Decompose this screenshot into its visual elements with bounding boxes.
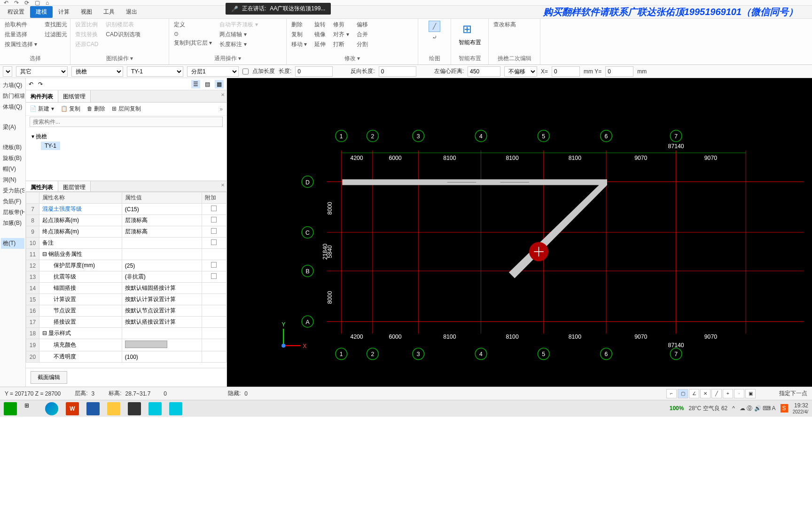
delete-btn[interactable]: 删除 bbox=[291, 21, 307, 29]
tb-app2[interactable] bbox=[128, 402, 141, 415]
left-item[interactable]: 层板带(H) bbox=[1, 207, 24, 218]
prop-row[interactable]: 14 锚固搭接按默认锚固搭接计算 bbox=[26, 283, 226, 294]
prop-row[interactable]: 12 保护层厚度(mm)(25) bbox=[26, 260, 226, 271]
prop-row[interactable]: 16 节点设置按默认节点设置计算 bbox=[26, 305, 226, 317]
copy-btn[interactable]: 复制 bbox=[291, 31, 307, 39]
tb-app3[interactable] bbox=[148, 402, 162, 415]
tool-L[interactable]: ⌐ bbox=[666, 389, 677, 398]
x-input[interactable] bbox=[552, 66, 580, 77]
dimension[interactable]: 长度标注 ▾ bbox=[219, 40, 258, 48]
tab-component-list[interactable]: 构件列表 bbox=[26, 90, 58, 102]
close-panel-icon[interactable]: ✕ bbox=[221, 92, 225, 97]
sel-layer[interactable]: 分层1 bbox=[187, 66, 239, 77]
new-button[interactable]: 📄 新建 ▾ bbox=[30, 105, 54, 113]
left-item[interactable]: 力墙(Q) bbox=[1, 80, 24, 91]
clock-time[interactable]: 19:32 bbox=[793, 402, 808, 409]
qat-undo[interactable]: ↶ bbox=[4, 0, 8, 6]
tb-start[interactable] bbox=[4, 402, 17, 415]
tb-explorer[interactable] bbox=[107, 402, 120, 415]
tab-settings[interactable]: 程设置 bbox=[2, 6, 30, 18]
tab-drawing-mgmt[interactable]: 图纸管理 bbox=[58, 90, 91, 102]
weather[interactable]: 28°C 空气良 62 bbox=[688, 405, 727, 413]
zoom-display[interactable]: 100% bbox=[670, 405, 684, 412]
batch-select[interactable]: 批量选择 bbox=[5, 31, 37, 39]
tb-edge[interactable] bbox=[45, 402, 58, 415]
tab-properties[interactable]: 属性列表 bbox=[26, 181, 58, 191]
tb-app4[interactable] bbox=[169, 402, 182, 415]
nav-fwd[interactable]: ↷ bbox=[38, 81, 43, 87]
left-item[interactable]: 檐(T) bbox=[1, 238, 24, 249]
prop-row[interactable]: 17 搭接设置按默认搭接设置计算 bbox=[26, 317, 226, 328]
qat-home[interactable]: ⌂ bbox=[46, 0, 49, 6]
tree-item-ty1[interactable]: TY-1 bbox=[41, 142, 60, 150]
check-elevation[interactable]: 查改标高 bbox=[493, 21, 535, 29]
tab-model[interactable]: 建模 bbox=[30, 6, 53, 18]
copy-to-floor[interactable]: 复制到其它层 ▾ bbox=[174, 39, 212, 47]
left-item[interactable]: 负筋(F) bbox=[1, 196, 24, 207]
left-item[interactable]: 防门框墙(RF) bbox=[1, 91, 24, 102]
prop-row[interactable]: 7混凝土强度等级(C15) bbox=[26, 204, 226, 215]
prop-row[interactable]: 13 抗震等级(非抗震) bbox=[26, 271, 226, 283]
sel-type[interactable]: 挑檐 bbox=[71, 66, 123, 77]
nav-back[interactable]: ↶ bbox=[29, 81, 33, 87]
merge-btn[interactable]: 合并 bbox=[357, 31, 368, 39]
extend-btn[interactable]: 延伸 bbox=[314, 40, 326, 48]
view-list-icon[interactable]: ☰ bbox=[191, 80, 200, 88]
offset-input[interactable] bbox=[468, 66, 500, 77]
left-item[interactable]: 帽(V) bbox=[1, 164, 24, 175]
left-item[interactable] bbox=[1, 229, 24, 238]
tab-calc[interactable]: 计算 bbox=[53, 6, 75, 18]
tb-app1[interactable] bbox=[86, 402, 100, 415]
circle-tool[interactable]: ⊙ bbox=[174, 31, 212, 37]
left-item[interactable]: 绕板(B) bbox=[1, 142, 24, 153]
length-input[interactable] bbox=[295, 66, 333, 77]
floor-copy-button[interactable]: ⊞ 层间复制 bbox=[112, 105, 141, 113]
rotate-btn[interactable]: 旋转 bbox=[314, 21, 326, 29]
split-btn[interactable]: 分割 bbox=[357, 40, 368, 48]
tab-layers[interactable]: 图层管理 bbox=[58, 181, 91, 191]
offset-btn[interactable]: 偏移 bbox=[357, 21, 368, 29]
pick-entity[interactable]: 拾取构件 bbox=[5, 21, 37, 29]
rev-length-input[interactable] bbox=[379, 66, 416, 77]
close-props-icon[interactable]: ✕ bbox=[221, 183, 225, 188]
prop-row[interactable]: 15 计算设置按默认计算设置计算 bbox=[26, 294, 226, 305]
section-edit-button[interactable]: 截面编辑 bbox=[31, 371, 67, 384]
tray-up-icon[interactable]: ^ bbox=[732, 405, 735, 412]
tool-box[interactable]: ▣ bbox=[745, 389, 756, 398]
tab-exit[interactable]: 退出 bbox=[120, 6, 143, 18]
prop-row[interactable]: 19 填充颜色 bbox=[26, 339, 226, 351]
tb-wps[interactable]: W bbox=[66, 402, 79, 415]
qat-refresh[interactable]: ⟳ bbox=[24, 0, 29, 6]
move-btn[interactable]: 移动 ▾ bbox=[291, 40, 307, 48]
select-by-prop[interactable]: 按属性选择 ▾ bbox=[5, 40, 37, 48]
prop-row[interactable]: 9终点顶标高(m)层顶标高 bbox=[26, 226, 226, 238]
delete-button[interactable]: 🗑 删除 bbox=[87, 105, 105, 113]
drawing-canvas[interactable]: 123 4567 123 4567 DCBA 420060008100 bbox=[227, 78, 812, 387]
prop-row[interactable]: 20 不透明度(100) bbox=[26, 351, 226, 363]
tree-root[interactable]: ▾ 挑檐 bbox=[31, 132, 221, 142]
tool-line[interactable]: ╱ bbox=[711, 389, 722, 398]
smart-layout-btn[interactable]: ⊞ 智能布置 bbox=[456, 21, 484, 48]
sel-category[interactable]: 其它 bbox=[16, 66, 68, 77]
property-grid[interactable]: 属性名称属性值附加 7混凝土强度等级(C15)8起点顶标高(m)层顶标高9终点顶… bbox=[26, 192, 226, 368]
sel-name[interactable]: TY-1 bbox=[127, 66, 183, 77]
tool-dot[interactable]: · bbox=[734, 389, 744, 398]
prop-row[interactable]: 11⊟ 钢筋业务属性 bbox=[26, 249, 226, 260]
chk-point-length[interactable] bbox=[242, 66, 249, 77]
y-input[interactable] bbox=[605, 66, 633, 77]
search-input[interactable] bbox=[30, 117, 223, 127]
left-item[interactable]: 体墙(Q) bbox=[1, 102, 24, 112]
tray-icons[interactable]: ☁ ⓖ 🔊 ⌨ A bbox=[740, 405, 776, 413]
qat-redo[interactable]: ↷ bbox=[14, 0, 19, 6]
set-scale[interactable]: 设置比例 bbox=[75, 21, 98, 29]
prop-row[interactable]: 10备注 bbox=[26, 238, 226, 249]
shift-select[interactable]: 不偏移 bbox=[504, 66, 537, 77]
left-item[interactable] bbox=[1, 133, 24, 142]
mirror-btn[interactable]: 镜像 bbox=[314, 31, 326, 39]
find-entity[interactable]: 查找图元 bbox=[45, 21, 67, 29]
restore-cad[interactable]: 还原CAD bbox=[75, 40, 98, 48]
left-item[interactable]: 受力筋(S) bbox=[1, 185, 24, 196]
tab-view[interactable]: 视图 bbox=[75, 6, 98, 18]
tool-rect[interactable]: ▢ bbox=[678, 389, 688, 398]
left-item[interactable]: 旋板(B) bbox=[1, 153, 24, 164]
